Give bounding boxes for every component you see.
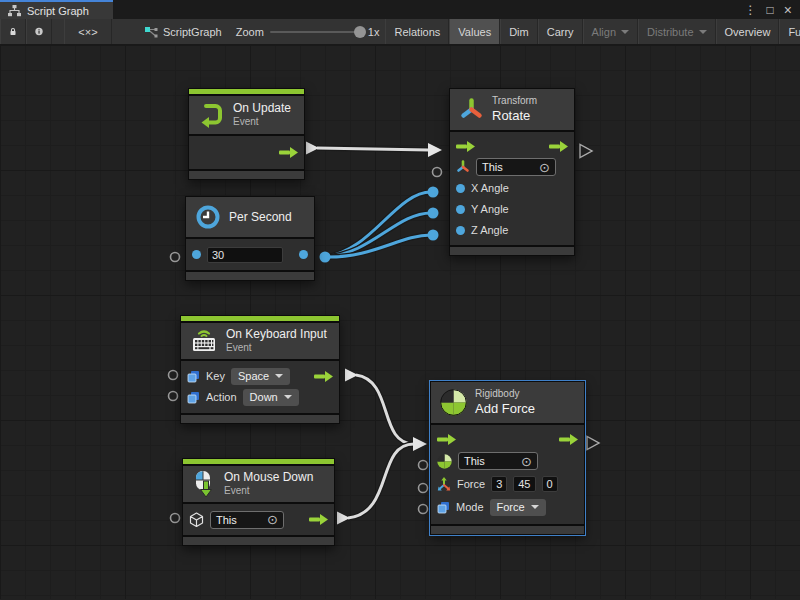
node-title: Per Second xyxy=(229,210,292,224)
window-menu-icon[interactable]: ⋮ xyxy=(745,4,757,16)
port-add-force-mode-unconnected[interactable] xyxy=(419,505,428,514)
graph-toolbar: <×> ScriptGraph Zoom 1x Relations Values… xyxy=(0,19,800,45)
per-second-value-field[interactable]: 30 xyxy=(207,247,283,263)
control-output-port[interactable] xyxy=(549,141,568,152)
carry-toggle[interactable]: Carry xyxy=(538,19,583,44)
key-dropdown[interactable]: Space xyxy=(231,368,290,385)
node-type: Transform xyxy=(492,95,537,108)
align-dropdown[interactable]: Align xyxy=(583,19,638,44)
tab-script-graph[interactable]: Script Graph xyxy=(0,0,113,19)
force-z-field[interactable]: 0 xyxy=(542,476,558,492)
code-icon: <×> xyxy=(78,26,97,38)
graph-canvas[interactable]: On Update Event xyxy=(0,45,800,599)
node-per-second[interactable]: Per Second 30 xyxy=(185,196,315,281)
caret-down-icon xyxy=(621,30,629,34)
target-picker-icon[interactable]: ⊙ xyxy=(521,455,532,468)
port-keyboard-key-unconnected[interactable] xyxy=(169,371,178,380)
zoom-label: Zoom xyxy=(236,26,264,38)
port-per-second-input-unconnected[interactable] xyxy=(171,253,180,262)
node-type: Rigidbody xyxy=(475,388,535,401)
port-mouse-this-unconnected[interactable] xyxy=(171,514,180,523)
this-field[interactable]: This ⊙ xyxy=(458,452,538,470)
distribute-dropdown[interactable]: Distribute xyxy=(638,19,715,44)
vector3-icon xyxy=(437,477,451,491)
value-port-dot[interactable] xyxy=(456,184,465,193)
node-add-force[interactable]: Rigidbody Add Force xyxy=(430,381,585,535)
title-bar: Script Graph ⋮ □ × xyxy=(0,0,800,19)
enum-icon xyxy=(187,391,200,404)
lock-button[interactable] xyxy=(0,19,26,44)
control-output-port[interactable] xyxy=(314,371,333,382)
port-z-angle-endpoint[interactable] xyxy=(428,230,439,241)
node-on-mouse-down[interactable]: On Mouse Down Event This ⊙ xyxy=(182,458,335,546)
zoom-slider-handle[interactable] xyxy=(354,26,366,38)
wire-keyboard-to-add-force[interactable] xyxy=(345,369,414,445)
port-row-z-angle[interactable]: Z Angle xyxy=(456,220,568,241)
mouse-down-icon xyxy=(192,470,216,498)
target-picker-icon[interactable]: ⊙ xyxy=(539,161,550,174)
target-picker-icon[interactable]: ⊙ xyxy=(267,513,278,526)
full-screen-button[interactable]: Full Screen xyxy=(779,19,800,44)
port-add-force-this-unconnected[interactable] xyxy=(419,461,428,470)
port-x-angle-endpoint[interactable] xyxy=(428,187,439,198)
maximize-icon[interactable]: □ xyxy=(767,4,774,16)
value-output-port[interactable] xyxy=(299,250,308,259)
port-rotate-this-unconnected[interactable] xyxy=(433,168,442,177)
port-rotate-exit-unconnected[interactable] xyxy=(580,145,592,158)
node-on-keyboard-input[interactable]: On Keyboard Input Event Key Space xyxy=(180,315,340,424)
control-input-port[interactable] xyxy=(437,434,456,445)
port-add-force-force-unconnected[interactable] xyxy=(419,484,428,493)
node-subtitle: Event xyxy=(233,116,291,129)
force-x-field[interactable]: 3 xyxy=(491,476,507,492)
info-button[interactable] xyxy=(26,19,52,44)
wire-mouse-to-add-force[interactable] xyxy=(337,437,427,525)
node-on-update[interactable]: On Update Event xyxy=(188,88,305,180)
node-subtitle: Event xyxy=(226,342,327,355)
node-footer xyxy=(181,415,339,423)
this-field[interactable]: This ⊙ xyxy=(210,511,284,529)
port-add-force-exit-unconnected[interactable] xyxy=(587,437,599,450)
script-graph-window: Script Graph ⋮ □ × <×> xyxy=(0,0,800,600)
titlebar-spacer xyxy=(113,0,745,19)
port-per-second-output[interactable] xyxy=(320,252,331,263)
relations-toggle[interactable]: Relations xyxy=(385,19,449,44)
transform-mini-icon xyxy=(456,160,470,174)
node-footer xyxy=(186,272,314,280)
force-y-field[interactable]: 45 xyxy=(513,476,535,492)
force-label: Force xyxy=(457,478,485,490)
wire-per-second-to-y-angle[interactable] xyxy=(325,213,431,257)
graph-name-label: ScriptGraph xyxy=(136,19,230,44)
node-footer xyxy=(183,537,334,545)
wire-per-second-to-z-angle[interactable] xyxy=(325,235,431,257)
transform-icon xyxy=(459,97,484,122)
port-keyboard-action-unconnected[interactable] xyxy=(169,392,178,401)
dim-toggle[interactable]: Dim xyxy=(500,19,538,44)
action-label: Action xyxy=(206,391,237,403)
port-y-angle-endpoint[interactable] xyxy=(428,208,439,219)
value-port-dot[interactable] xyxy=(456,226,465,235)
values-toggle[interactable]: Values xyxy=(449,19,500,44)
control-output-port[interactable] xyxy=(559,434,578,445)
value-port-dot[interactable] xyxy=(456,205,465,214)
value-input-port[interactable] xyxy=(192,250,201,259)
node-footer xyxy=(450,247,574,255)
close-icon[interactable]: × xyxy=(784,3,792,17)
rigidbody-mini-icon xyxy=(437,454,452,469)
edit-code-button[interactable]: <×> xyxy=(64,19,112,44)
zoom-slider[interactable] xyxy=(270,31,362,33)
node-rotate[interactable]: Transform Rotate xyxy=(449,88,575,256)
mode-label: Mode xyxy=(456,501,484,513)
control-output-port[interactable] xyxy=(279,147,298,158)
this-field[interactable]: This ⊙ xyxy=(476,158,556,176)
port-row-x-angle[interactable]: X Angle xyxy=(456,178,568,199)
mode-dropdown[interactable]: Force xyxy=(490,499,546,516)
control-output-port[interactable] xyxy=(309,514,328,525)
caret-down-icon xyxy=(284,395,292,399)
wire-on-update-to-rotate[interactable] xyxy=(306,142,442,158)
action-dropdown[interactable]: Down xyxy=(243,389,299,406)
port-row-y-angle[interactable]: Y Angle xyxy=(456,199,568,220)
enum-icon xyxy=(187,370,200,383)
control-input-port[interactable] xyxy=(456,141,475,152)
overview-button[interactable]: Overview xyxy=(716,19,780,44)
wire-per-second-to-x-angle[interactable] xyxy=(325,192,431,257)
